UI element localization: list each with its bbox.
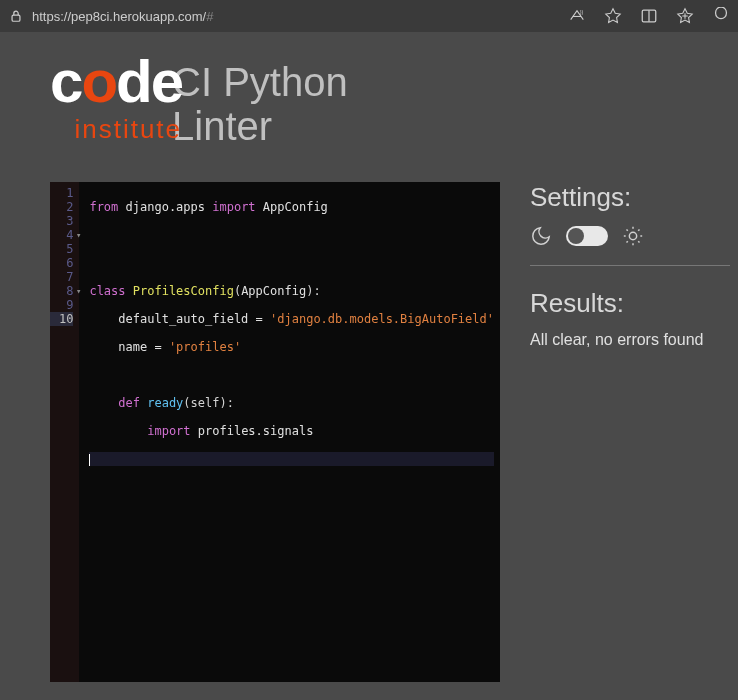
svg-line-9 [626, 229, 627, 230]
line-number: 10 [50, 312, 73, 326]
line-number: 2 [50, 200, 73, 214]
svg-line-10 [638, 241, 639, 242]
line-number: 8 [50, 284, 73, 298]
page-title: CI Python Linter [172, 60, 348, 148]
extensions-icon[interactable] [712, 7, 730, 25]
collections-icon[interactable] [676, 7, 694, 25]
url-text[interactable]: https://pep8ci.herokuapp.com/# [32, 9, 560, 24]
line-gutter: 1 2 3 4 5 6 7 8 9 10 [50, 182, 79, 682]
line-number: 7 [50, 270, 73, 284]
sun-icon [622, 225, 644, 247]
browser-address-bar: https://pep8ci.herokuapp.com/# )) [0, 0, 738, 32]
code-institute-logo: code institute [50, 52, 182, 145]
line-number: 5 [50, 242, 73, 256]
toggle-knob [568, 228, 584, 244]
favorite-icon[interactable] [604, 7, 622, 25]
moon-icon [530, 225, 552, 247]
text-cursor [89, 454, 90, 466]
results-heading: Results: [530, 288, 730, 319]
svg-text:)): )) [580, 9, 584, 15]
sidebar: Settings: Results: All clear, no errors … [530, 182, 738, 682]
read-aloud-icon[interactable]: )) [568, 7, 586, 25]
line-number: 1 [50, 186, 73, 200]
svg-line-13 [626, 241, 627, 242]
line-number: 6 [50, 256, 73, 270]
page-header: code institute CI Python Linter [0, 32, 738, 182]
split-screen-icon[interactable] [640, 7, 658, 25]
svg-rect-0 [12, 15, 20, 21]
lock-icon [8, 8, 24, 24]
line-number: 3 [50, 214, 73, 228]
results-message: All clear, no errors found [530, 331, 730, 349]
line-number: 4 [50, 228, 73, 242]
theme-toggle[interactable] [566, 226, 608, 246]
settings-heading: Settings: [530, 182, 730, 213]
code-editor[interactable]: 1 2 3 4 5 6 7 8 9 10 from django.apps im… [50, 182, 500, 682]
line-number: 9 [50, 298, 73, 312]
code-text-area[interactable]: from django.apps import AppConfig class … [79, 182, 500, 682]
svg-point-6 [629, 232, 636, 239]
svg-line-14 [638, 229, 639, 230]
